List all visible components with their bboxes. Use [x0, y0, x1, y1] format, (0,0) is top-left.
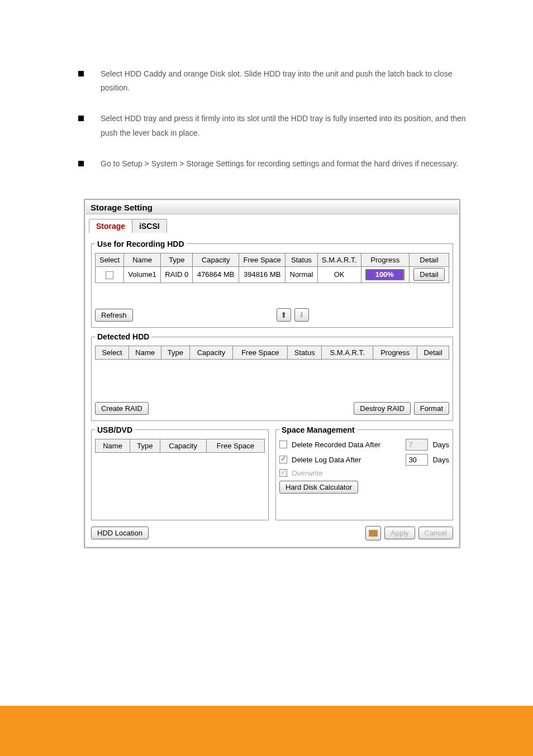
row-progress: 100%: [365, 269, 404, 280]
row-capacity: 476864 MB: [193, 266, 239, 283]
tab-storage[interactable]: Storage: [89, 219, 132, 233]
bullet-b: Select HDD tray and press it firmly into…: [78, 112, 477, 140]
overwrite-label: Overwrite: [292, 469, 449, 477]
space-management-group: Space Management Delete Recorded Data Af…: [275, 425, 453, 520]
empty-row: [96, 452, 265, 508]
refresh-button[interactable]: Refresh: [95, 309, 133, 322]
delete-log-checkbox[interactable]: [279, 456, 287, 463]
usb-dvd-group: USB/DVD Name Type Capacity Free Space: [91, 425, 269, 520]
recording-hdd-group: Use for Recording HDD Select Name Type C…: [91, 240, 453, 328]
days-label: Days: [432, 456, 449, 464]
disk-icon[interactable]: [365, 526, 381, 540]
row-status: Normal: [285, 266, 317, 283]
col-status: Status: [288, 346, 322, 360]
row-smart: OK: [317, 266, 361, 283]
usb-dvd-table: Name Type Capacity Free Space: [95, 439, 265, 509]
col-smart: S.M.A.R.T.: [317, 253, 361, 266]
space-management-legend: Space Management: [279, 425, 357, 434]
hard-disk-calculator-button[interactable]: Hard Disk Calculator: [279, 481, 358, 494]
days-label: Days: [432, 441, 449, 449]
usb-dvd-legend: USB/DVD: [95, 425, 135, 434]
bullet-marker-icon: [78, 116, 84, 121]
col-type: Type: [130, 439, 160, 452]
delete-log-input[interactable]: 30: [406, 454, 428, 466]
move-up-button[interactable]: [277, 308, 291, 322]
page-footer: [0, 706, 533, 756]
row-freespace: 394816 MB: [239, 266, 285, 283]
delete-recorded-label: Delete Recorded Data After: [292, 441, 401, 449]
row-name: Volume1: [124, 266, 161, 283]
col-status: Status: [285, 253, 317, 266]
col-progress: Progress: [361, 253, 409, 266]
detected-hdd-table: Select Name Type Capacity Free Space Sta…: [95, 346, 449, 399]
row-type: RAID 0: [161, 266, 193, 283]
col-type: Type: [161, 253, 193, 266]
col-capacity: Capacity: [189, 346, 233, 360]
move-down-button[interactable]: [294, 308, 309, 322]
tab-iscsi[interactable]: iSCSI: [132, 219, 167, 233]
delete-recorded-input[interactable]: 7: [406, 439, 428, 451]
col-select: Select: [96, 346, 129, 360]
cancel-button[interactable]: Cancel: [418, 527, 453, 539]
bullet-marker-icon: [78, 161, 84, 166]
row-detail-button[interactable]: Detail: [413, 268, 444, 281]
col-detail: Detail: [417, 346, 449, 360]
empty-row: [96, 283, 449, 305]
col-capacity: Capacity: [160, 439, 206, 452]
bullet-b-text: Select HDD tray and press it firmly into…: [101, 112, 477, 140]
col-smart: S.M.A.R.T.: [322, 346, 373, 360]
detected-hdd-group: Detected HDD Select Name Type Capacity F…: [91, 332, 453, 421]
col-name: Name: [96, 439, 130, 452]
delete-recorded-checkbox[interactable]: [279, 441, 287, 448]
table-row: Volume1 RAID 0 476864 MB 394816 MB Norma…: [96, 266, 449, 283]
storage-setting-window: Storage Setting Storage iSCSI Use for Re…: [84, 199, 460, 548]
bullet-a-text: Select HDD Caddy and orange Disk slot. S…: [101, 67, 477, 95]
recording-hdd-table: Select Name Type Capacity Free Space Sta…: [95, 253, 449, 305]
col-type: Type: [161, 346, 189, 360]
empty-row: [96, 360, 449, 399]
destroy-raid-button[interactable]: Destroy RAID: [354, 402, 410, 415]
format-button[interactable]: Format: [414, 402, 449, 415]
hdd-location-button[interactable]: HDD Location: [91, 527, 149, 539]
col-freespace: Free Space: [239, 253, 285, 266]
bullet-c-text: Go to Setup > System > Storage Settings …: [101, 157, 477, 171]
window-title: Storage Setting: [86, 201, 458, 214]
col-name: Name: [129, 346, 161, 360]
col-progress: Progress: [373, 346, 417, 360]
overwrite-checkbox: [279, 469, 287, 477]
progress-value: 100%: [366, 270, 404, 280]
col-select: Select: [96, 253, 124, 266]
bullet-c: Go to Setup > System > Storage Settings …: [78, 157, 477, 171]
delete-log-label: Delete Log Data After: [292, 456, 401, 464]
row-select-checkbox[interactable]: [106, 271, 113, 279]
col-freespace: Free Space: [233, 346, 288, 360]
bullet-a: Select HDD Caddy and orange Disk slot. S…: [78, 67, 477, 95]
apply-button[interactable]: Apply: [384, 527, 415, 539]
bullet-marker-icon: [78, 71, 84, 76]
col-capacity: Capacity: [193, 253, 239, 266]
col-freespace: Free Space: [206, 439, 264, 452]
recording-hdd-legend: Use for Recording HDD: [95, 240, 187, 248]
col-name: Name: [124, 253, 161, 266]
create-raid-button[interactable]: Create RAID: [95, 402, 149, 415]
detected-hdd-legend: Detected HDD: [95, 332, 151, 341]
col-detail: Detail: [409, 253, 449, 266]
